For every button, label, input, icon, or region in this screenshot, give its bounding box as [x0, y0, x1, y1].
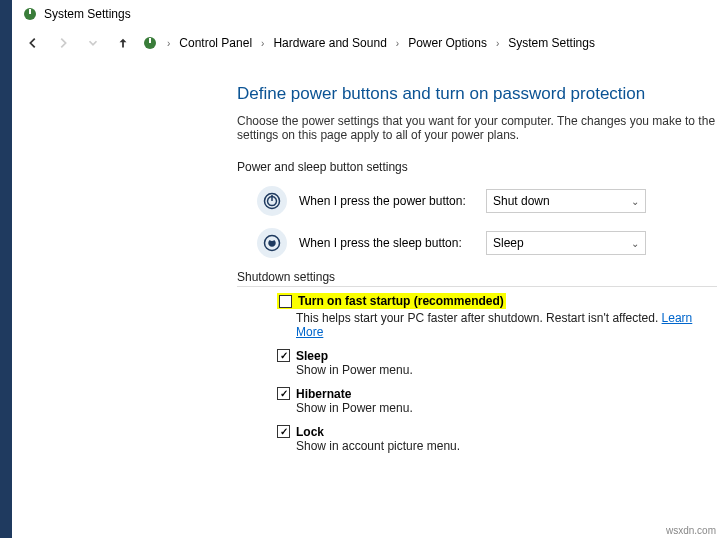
- hibernate-checkbox[interactable]: [277, 387, 290, 400]
- power-button-row: When I press the power button: Shut down…: [257, 186, 720, 216]
- page-intro: Choose the power settings that you want …: [237, 114, 720, 142]
- sleep-checkbox[interactable]: [277, 349, 290, 362]
- chevron-right-icon: ›: [166, 38, 171, 49]
- sleep-button-dropdown[interactable]: Sleep ⌄: [486, 231, 646, 255]
- shutdown-section-label: Shutdown settings: [237, 270, 717, 287]
- control-panel-icon: [142, 35, 158, 51]
- window-title: System Settings: [44, 7, 131, 21]
- forward-button[interactable]: [52, 32, 74, 54]
- recent-locations-button[interactable]: [82, 32, 104, 54]
- power-icon: [257, 186, 287, 216]
- fast-startup-item: Turn on fast startup (recommended) This …: [277, 293, 720, 339]
- svg-rect-5: [271, 195, 273, 201]
- lock-desc: Show in account picture menu.: [296, 439, 720, 453]
- up-button[interactable]: [112, 32, 134, 54]
- sleep-icon: [257, 228, 287, 258]
- sleep-desc: Show in Power menu.: [296, 363, 720, 377]
- fast-startup-label: Turn on fast startup (recommended): [298, 294, 504, 308]
- system-settings-window: System Settings › Control Panel › Hardwa…: [12, 0, 720, 453]
- power-sleep-section-label: Power and sleep button settings: [237, 160, 720, 174]
- shutdown-settings-list: Turn on fast startup (recommended) This …: [237, 293, 720, 453]
- desktop-edge: [0, 0, 12, 538]
- sleep-item: Sleep Show in Power menu.: [277, 349, 720, 377]
- breadcrumb-system-settings[interactable]: System Settings: [508, 36, 595, 50]
- sleep-button-label: When I press the sleep button:: [299, 236, 474, 250]
- sleep-label: Sleep: [296, 349, 328, 363]
- svg-rect-1: [29, 9, 31, 14]
- lock-checkbox[interactable]: [277, 425, 290, 438]
- fast-startup-desc: This helps start your PC faster after sh…: [296, 311, 720, 339]
- page-title: Define power buttons and turn on passwor…: [237, 84, 720, 104]
- breadcrumb-control-panel[interactable]: Control Panel: [179, 36, 252, 50]
- chevron-down-icon: ⌄: [631, 196, 639, 207]
- power-options-icon: [22, 6, 38, 22]
- power-button-value: Shut down: [493, 194, 550, 208]
- sleep-button-value: Sleep: [493, 236, 524, 250]
- sleep-button-row: When I press the sleep button: Sleep ⌄: [257, 228, 720, 258]
- power-button-label: When I press the power button:: [299, 194, 474, 208]
- content-area: Define power buttons and turn on passwor…: [12, 64, 720, 453]
- chevron-right-icon: ›: [495, 38, 500, 49]
- fast-startup-checkbox[interactable]: [279, 295, 292, 308]
- titlebar: System Settings: [12, 0, 720, 28]
- power-button-dropdown[interactable]: Shut down ⌄: [486, 189, 646, 213]
- chevron-right-icon: ›: [260, 38, 265, 49]
- hibernate-item: Hibernate Show in Power menu.: [277, 387, 720, 415]
- chevron-down-icon: ⌄: [631, 238, 639, 249]
- breadcrumb-power-options[interactable]: Power Options: [408, 36, 487, 50]
- hibernate-desc: Show in Power menu.: [296, 401, 720, 415]
- watermark: wsxdn.com: [666, 525, 716, 536]
- breadcrumb-hardware-sound[interactable]: Hardware and Sound: [273, 36, 386, 50]
- lock-label: Lock: [296, 425, 324, 439]
- svg-rect-3: [149, 38, 151, 43]
- lock-item: Lock Show in account picture menu.: [277, 425, 720, 453]
- chevron-right-icon: ›: [395, 38, 400, 49]
- back-button[interactable]: [22, 32, 44, 54]
- hibernate-label: Hibernate: [296, 387, 351, 401]
- navigation-bar: › Control Panel › Hardware and Sound › P…: [12, 28, 720, 64]
